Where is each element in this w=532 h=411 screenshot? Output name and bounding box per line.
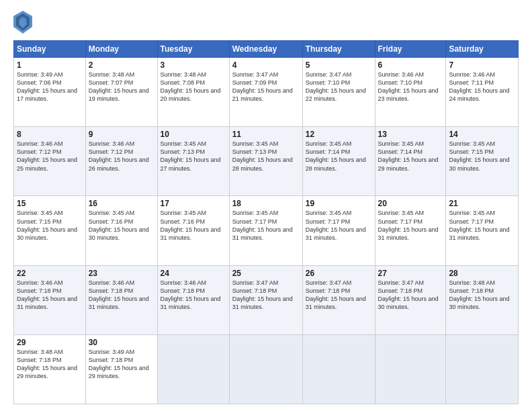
day-info: Sunrise: 3:46 AM Sunset: 7:12 PM Dayligh… bbox=[89, 140, 154, 173]
calendar-day-header: Monday bbox=[85, 41, 157, 58]
calendar-header-row: SundayMondayTuesdayWednesdayThursdayFrid… bbox=[14, 41, 519, 58]
calendar-cell: 23Sunrise: 3:46 AM Sunset: 7:18 PM Dayli… bbox=[85, 265, 157, 334]
calendar-cell: 29Sunrise: 3:48 AM Sunset: 7:18 PM Dayli… bbox=[14, 334, 86, 404]
calendar-day-header: Friday bbox=[375, 41, 446, 58]
day-info: Sunrise: 3:49 AM Sunset: 7:18 PM Dayligh… bbox=[89, 348, 154, 381]
calendar-day-header: Saturday bbox=[446, 41, 519, 58]
day-number: 5 bbox=[306, 60, 372, 70]
day-info: Sunrise: 3:46 AM Sunset: 7:18 PM Dayligh… bbox=[17, 279, 83, 312]
calendar-cell: 7Sunrise: 3:46 AM Sunset: 7:11 PM Daylig… bbox=[446, 58, 519, 127]
day-info: Sunrise: 3:45 AM Sunset: 7:17 PM Dayligh… bbox=[378, 209, 443, 242]
logo-icon bbox=[13, 11, 32, 34]
day-number: 14 bbox=[449, 130, 515, 139]
day-info: Sunrise: 3:46 AM Sunset: 7:10 PM Dayligh… bbox=[378, 71, 443, 103]
calendar-cell: 1Sunrise: 3:49 AM Sunset: 7:06 PM Daylig… bbox=[14, 58, 86, 127]
day-number: 6 bbox=[378, 60, 443, 70]
day-info: Sunrise: 3:47 AM Sunset: 7:18 PM Dayligh… bbox=[232, 279, 300, 312]
day-number: 15 bbox=[17, 199, 83, 208]
day-number: 12 bbox=[306, 130, 372, 139]
day-info: Sunrise: 3:45 AM Sunset: 7:14 PM Dayligh… bbox=[378, 140, 443, 173]
day-number: 30 bbox=[89, 338, 154, 347]
day-info: Sunrise: 3:45 AM Sunset: 7:16 PM Dayligh… bbox=[89, 209, 154, 242]
day-number: 19 bbox=[306, 199, 372, 208]
day-info: Sunrise: 3:45 AM Sunset: 7:17 PM Dayligh… bbox=[306, 209, 372, 242]
calendar-day-header: Wednesday bbox=[229, 41, 302, 58]
day-number: 4 bbox=[232, 60, 300, 70]
day-number: 27 bbox=[378, 269, 443, 278]
day-info: Sunrise: 3:45 AM Sunset: 7:16 PM Dayligh… bbox=[161, 209, 226, 242]
day-number: 8 bbox=[17, 130, 83, 139]
day-number: 29 bbox=[17, 338, 83, 347]
calendar-cell: 15Sunrise: 3:45 AM Sunset: 7:15 PM Dayli… bbox=[14, 196, 86, 265]
day-number: 18 bbox=[232, 199, 300, 208]
day-info: Sunrise: 3:47 AM Sunset: 7:09 PM Dayligh… bbox=[232, 71, 300, 103]
calendar-cell: 10Sunrise: 3:45 AM Sunset: 7:13 PM Dayli… bbox=[157, 127, 229, 196]
calendar-cell bbox=[229, 334, 302, 404]
calendar-week-row: 22Sunrise: 3:46 AM Sunset: 7:18 PM Dayli… bbox=[14, 265, 519, 334]
calendar-week-row: 8Sunrise: 3:46 AM Sunset: 7:12 PM Daylig… bbox=[14, 127, 519, 196]
calendar-cell: 12Sunrise: 3:45 AM Sunset: 7:14 PM Dayli… bbox=[302, 127, 375, 196]
calendar-cell: 22Sunrise: 3:46 AM Sunset: 7:18 PM Dayli… bbox=[14, 265, 86, 334]
day-number: 26 bbox=[306, 269, 372, 278]
day-number: 1 bbox=[17, 60, 83, 70]
day-info: Sunrise: 3:45 AM Sunset: 7:17 PM Dayligh… bbox=[232, 209, 300, 242]
calendar-cell: 25Sunrise: 3:47 AM Sunset: 7:18 PM Dayli… bbox=[229, 265, 302, 334]
calendar-cell: 19Sunrise: 3:45 AM Sunset: 7:17 PM Dayli… bbox=[302, 196, 375, 265]
day-info: Sunrise: 3:45 AM Sunset: 7:15 PM Dayligh… bbox=[449, 140, 515, 173]
day-number: 20 bbox=[378, 199, 443, 208]
calendar-cell: 9Sunrise: 3:46 AM Sunset: 7:12 PM Daylig… bbox=[85, 127, 157, 196]
day-info: Sunrise: 3:45 AM Sunset: 7:14 PM Dayligh… bbox=[306, 140, 372, 173]
day-number: 17 bbox=[161, 199, 226, 208]
page: SundayMondayTuesdayWednesdayThursdayFrid… bbox=[0, 0, 532, 411]
calendar-cell: 21Sunrise: 3:45 AM Sunset: 7:17 PM Dayli… bbox=[446, 196, 519, 265]
calendar-cell: 18Sunrise: 3:45 AM Sunset: 7:17 PM Dayli… bbox=[229, 196, 302, 265]
calendar-week-row: 29Sunrise: 3:48 AM Sunset: 7:18 PM Dayli… bbox=[14, 334, 519, 404]
day-info: Sunrise: 3:47 AM Sunset: 7:10 PM Dayligh… bbox=[306, 71, 372, 103]
calendar-week-row: 15Sunrise: 3:45 AM Sunset: 7:15 PM Dayli… bbox=[14, 196, 519, 265]
day-info: Sunrise: 3:45 AM Sunset: 7:15 PM Dayligh… bbox=[17, 209, 83, 242]
header bbox=[13, 11, 519, 34]
day-info: Sunrise: 3:47 AM Sunset: 7:18 PM Dayligh… bbox=[306, 279, 372, 312]
calendar-day-header: Tuesday bbox=[157, 41, 229, 58]
calendar-cell: 30Sunrise: 3:49 AM Sunset: 7:18 PM Dayli… bbox=[85, 334, 157, 404]
calendar-cell bbox=[157, 334, 229, 404]
day-info: Sunrise: 3:46 AM Sunset: 7:18 PM Dayligh… bbox=[89, 279, 154, 312]
day-number: 9 bbox=[89, 130, 154, 139]
day-info: Sunrise: 3:48 AM Sunset: 7:18 PM Dayligh… bbox=[449, 279, 515, 312]
calendar-cell: 17Sunrise: 3:45 AM Sunset: 7:16 PM Dayli… bbox=[157, 196, 229, 265]
day-number: 16 bbox=[89, 199, 154, 208]
day-info: Sunrise: 3:47 AM Sunset: 7:18 PM Dayligh… bbox=[378, 279, 443, 312]
calendar-cell: 8Sunrise: 3:46 AM Sunset: 7:12 PM Daylig… bbox=[14, 127, 86, 196]
calendar-table: SundayMondayTuesdayWednesdayThursdayFrid… bbox=[13, 40, 519, 404]
calendar-cell: 11Sunrise: 3:45 AM Sunset: 7:13 PM Dayli… bbox=[229, 127, 302, 196]
day-number: 11 bbox=[232, 130, 300, 139]
day-number: 28 bbox=[449, 269, 515, 278]
day-number: 24 bbox=[161, 269, 226, 278]
day-number: 10 bbox=[161, 130, 226, 139]
calendar-cell bbox=[446, 334, 519, 404]
day-info: Sunrise: 3:49 AM Sunset: 7:06 PM Dayligh… bbox=[17, 71, 83, 103]
calendar-cell: 13Sunrise: 3:45 AM Sunset: 7:14 PM Dayli… bbox=[375, 127, 446, 196]
day-info: Sunrise: 3:48 AM Sunset: 7:18 PM Dayligh… bbox=[17, 348, 83, 381]
day-number: 7 bbox=[449, 60, 515, 70]
calendar-cell: 14Sunrise: 3:45 AM Sunset: 7:15 PM Dayli… bbox=[446, 127, 519, 196]
calendar-day-header: Sunday bbox=[14, 41, 86, 58]
calendar-cell: 6Sunrise: 3:46 AM Sunset: 7:10 PM Daylig… bbox=[375, 58, 446, 127]
day-info: Sunrise: 3:45 AM Sunset: 7:17 PM Dayligh… bbox=[449, 209, 515, 242]
calendar-cell bbox=[302, 334, 375, 404]
day-number: 22 bbox=[17, 269, 83, 278]
day-info: Sunrise: 3:48 AM Sunset: 7:08 PM Dayligh… bbox=[161, 71, 226, 103]
calendar-cell: 26Sunrise: 3:47 AM Sunset: 7:18 PM Dayli… bbox=[302, 265, 375, 334]
day-info: Sunrise: 3:46 AM Sunset: 7:11 PM Dayligh… bbox=[449, 71, 515, 103]
day-number: 2 bbox=[89, 60, 154, 70]
calendar-cell: 27Sunrise: 3:47 AM Sunset: 7:18 PM Dayli… bbox=[375, 265, 446, 334]
day-number: 13 bbox=[378, 130, 443, 139]
calendar-cell: 5Sunrise: 3:47 AM Sunset: 7:10 PM Daylig… bbox=[302, 58, 375, 127]
day-info: Sunrise: 3:48 AM Sunset: 7:07 PM Dayligh… bbox=[89, 71, 154, 103]
calendar-cell: 3Sunrise: 3:48 AM Sunset: 7:08 PM Daylig… bbox=[157, 58, 229, 127]
day-info: Sunrise: 3:46 AM Sunset: 7:12 PM Dayligh… bbox=[17, 140, 83, 173]
day-info: Sunrise: 3:45 AM Sunset: 7:13 PM Dayligh… bbox=[161, 140, 226, 173]
calendar-cell: 4Sunrise: 3:47 AM Sunset: 7:09 PM Daylig… bbox=[229, 58, 302, 127]
day-number: 23 bbox=[89, 269, 154, 278]
calendar-cell: 24Sunrise: 3:46 AM Sunset: 7:18 PM Dayli… bbox=[157, 265, 229, 334]
